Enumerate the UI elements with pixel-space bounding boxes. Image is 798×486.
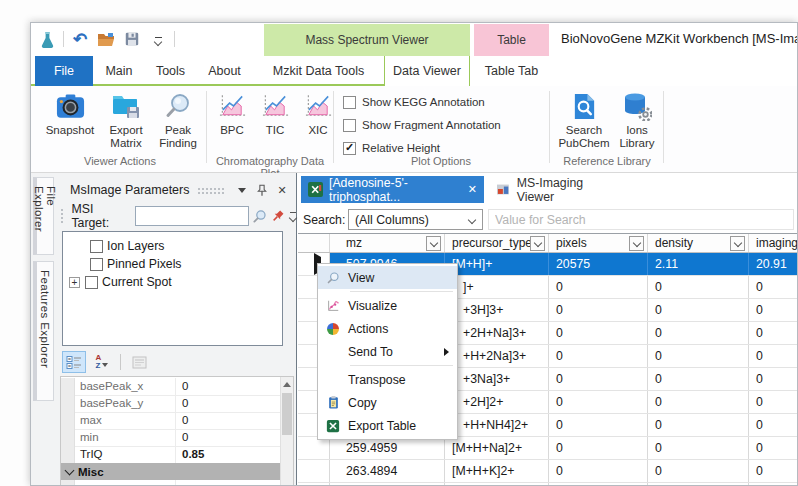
row-selector-cell[interactable] xyxy=(298,437,330,459)
cell-mz[interactable]: 263.4894 xyxy=(330,460,445,482)
export-matrix-button[interactable]: Export Matrix xyxy=(99,88,153,150)
row-selector-cell[interactable] xyxy=(298,483,330,485)
property-row[interactable]: basePeak_y 0 xyxy=(61,395,281,413)
property-value[interactable]: 0 xyxy=(176,395,281,412)
table-row[interactable]: 259.4959 [M+H+Na]2+ 0 0 0 xyxy=(298,437,797,460)
cell-density[interactable]: 0 xyxy=(648,368,749,390)
toolbar-overflow-button[interactable] xyxy=(290,212,296,221)
search-column-selector[interactable]: (All Columns) xyxy=(348,209,483,230)
property-row[interactable]: basePeak_x 0 xyxy=(61,378,281,396)
cell-pixels[interactable]: 0 xyxy=(549,460,648,482)
property-row[interactable]: TrIQ 0.85 xyxy=(61,446,281,464)
tab-table-tab[interactable]: Table Tab xyxy=(474,56,549,86)
cell-density[interactable]: 2.11 xyxy=(648,253,749,275)
menu-item-visualize[interactable]: Visualize xyxy=(318,294,457,317)
sidebar-tab-file-explorer[interactable]: File Explorer xyxy=(33,177,54,255)
close-icon[interactable]: ✕ xyxy=(468,183,477,196)
property-row[interactable]: min 0 xyxy=(61,429,281,447)
tree-item-pinned-pixels[interactable]: Pinned Pixels xyxy=(90,255,182,273)
property-category-misc[interactable]: Misc xyxy=(61,463,281,480)
tab-main[interactable]: Main xyxy=(93,56,145,86)
cell-mz[interactable]: 259.4959 xyxy=(330,437,445,459)
cell-precursor-type[interactable]: +2H]2+ xyxy=(445,391,549,413)
scrollbar-thumb[interactable] xyxy=(282,393,292,435)
property-grid-scrollbar[interactable] xyxy=(280,377,293,486)
menu-item-copy[interactable]: Copy xyxy=(318,391,457,414)
menu-item-view[interactable]: View xyxy=(318,266,457,289)
cell-precursor-type[interactable]: +3H]3+ xyxy=(445,299,549,321)
checkbox-box[interactable] xyxy=(90,240,103,253)
cell-pixels[interactable]: 20575 xyxy=(549,253,648,275)
cell-precursor-type[interactable]: ]+ xyxy=(445,276,549,298)
cell-precursor-type[interactable]: +H+NH4]2+ xyxy=(445,414,549,436)
cell-precursor-type[interactable]: +2H+Na]3+ xyxy=(445,322,549,344)
doc-tab-ms-imaging-viewer[interactable]: MS-Imaging Viewer xyxy=(488,176,630,203)
cell-density[interactable]: 0 xyxy=(648,322,749,344)
table-row[interactable] xyxy=(298,483,797,485)
cell-pixels[interactable]: 0 xyxy=(549,299,648,321)
peak-finding-button[interactable]: Peak Finding xyxy=(153,88,203,150)
cell-density[interactable]: 0 xyxy=(648,276,749,298)
cell-pixels[interactable]: 0 xyxy=(549,368,648,390)
cell-density[interactable]: 0 xyxy=(648,299,749,321)
checkbox-box[interactable]: ✓ xyxy=(343,142,356,155)
cell-pixels[interactable]: 0 xyxy=(549,322,648,344)
filter-button[interactable] xyxy=(730,236,745,251)
sidebar-tab-features-explorer[interactable]: Features Explorer xyxy=(33,261,54,401)
pane-pin-button[interactable] xyxy=(254,182,270,198)
ions-library-button[interactable]: Ions Library xyxy=(612,88,662,150)
filter-button[interactable] xyxy=(530,236,545,251)
menu-item-export-table[interactable]: Export Table xyxy=(318,414,457,437)
property-value[interactable]: 0 xyxy=(176,412,281,429)
cell-density[interactable]: 0 xyxy=(648,391,749,413)
property-value[interactable]: 0 xyxy=(176,429,281,446)
snapshot-button[interactable]: Snapshot xyxy=(41,88,99,137)
cell-imaging[interactable]: 0 xyxy=(749,299,797,321)
column-header-mz[interactable]: mz xyxy=(330,234,445,252)
property-value[interactable]: 0.85 xyxy=(176,446,281,463)
cell-density[interactable]: 0 xyxy=(648,437,749,459)
column-header-pixels[interactable]: pixels xyxy=(549,234,648,252)
checkbox-box[interactable]: ✓ xyxy=(343,96,356,109)
checkbox-show-kegg-annotation[interactable]: ✓ Show KEGG Annotation xyxy=(343,94,485,110)
cell-density[interactable]: 0 xyxy=(648,345,749,367)
property-row[interactable]: max 0 xyxy=(61,412,281,430)
row-selector-cell[interactable] xyxy=(298,460,330,482)
msi-pin-button[interactable] xyxy=(270,207,286,225)
alphabetical-sort-button[interactable]: AZ xyxy=(90,351,114,373)
tic-button[interactable]: TIC xyxy=(255,88,295,137)
cell-pixels[interactable]: 0 xyxy=(549,437,648,459)
column-header-density[interactable]: density xyxy=(648,234,749,252)
msi-search-button[interactable] xyxy=(251,207,267,225)
cell-precursor-type[interactable]: [M+H+Na]2+ xyxy=(445,437,549,459)
cell-density[interactable]: 0 xyxy=(648,460,749,482)
cell-precursor-type[interactable]: [M+H]+ xyxy=(445,253,549,275)
cell-density[interactable]: 0 xyxy=(648,414,749,436)
categorized-view-button[interactable] xyxy=(62,351,86,373)
xic-button[interactable]: XIC xyxy=(298,88,338,137)
cell-imaging[interactable]: 0 xyxy=(749,414,797,436)
cell-imaging[interactable]: 0 xyxy=(749,391,797,413)
tab-file[interactable]: File xyxy=(35,56,93,86)
expand-plus-icon[interactable]: + xyxy=(69,277,80,288)
search-pubchem-button[interactable]: Search PubChem xyxy=(556,88,612,150)
cell-pixels[interactable]: 0 xyxy=(549,345,648,367)
cell-imaging[interactable]: 0 xyxy=(749,460,797,482)
menu-item-send-to[interactable]: Send To xyxy=(318,340,457,363)
cell-precursor-type[interactable]: +3Na]3+ xyxy=(445,368,549,390)
checkbox-box[interactable]: ✓ xyxy=(343,119,356,132)
customize-toolbar-button[interactable] xyxy=(148,28,168,51)
checkbox-box[interactable] xyxy=(85,276,98,289)
filter-button[interactable] xyxy=(426,236,441,251)
table-row[interactable]: 263.4894 [M+H+K]2+ 0 0 0 xyxy=(298,460,797,483)
tab-about[interactable]: About xyxy=(196,56,253,86)
property-row[interactable] xyxy=(61,480,281,486)
cell-imaging[interactable]: 0 xyxy=(749,322,797,344)
menu-item-transpose[interactable]: Transpose xyxy=(318,368,457,391)
checkbox-box[interactable] xyxy=(90,258,103,271)
pane-header[interactable]: MsImage Parameters ✕ xyxy=(58,179,294,201)
search-value-input[interactable] xyxy=(488,209,794,230)
tree-item-current-spot[interactable]: + Current Spot xyxy=(69,273,172,291)
cell-imaging[interactable]: 20.91 xyxy=(749,253,797,275)
pane-close-button[interactable]: ✕ xyxy=(274,182,290,198)
